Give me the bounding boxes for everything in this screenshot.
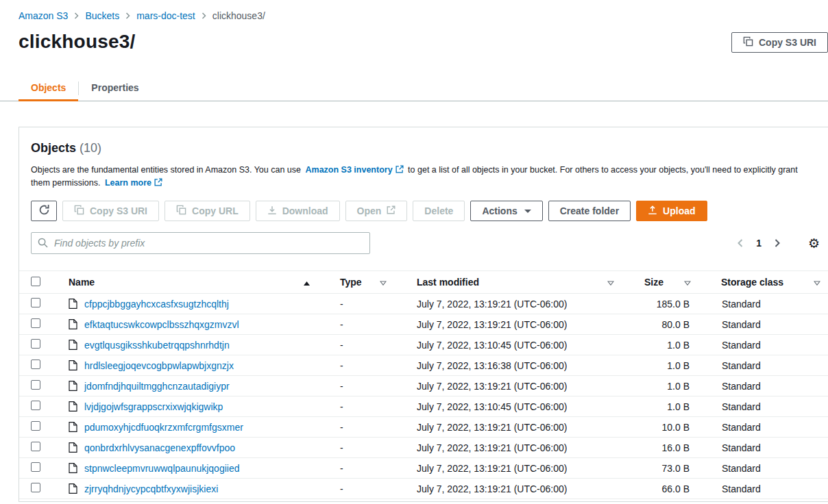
search-row: 1 ⚙: [31, 232, 825, 254]
copy-icon: [176, 205, 186, 217]
panel-heading: Objects (10): [31, 141, 825, 155]
table-body: cfppcjbbggayhcxcasfxsugtzhcqlthj - July …: [19, 294, 828, 499]
file-icon: [69, 442, 77, 453]
column-header-type[interactable]: Type: [329, 277, 406, 288]
object-name-link[interactable]: hrdlsleegjoqevcogbpwlapwbjxgnzjx: [84, 360, 234, 371]
next-page-icon[interactable]: [775, 239, 780, 247]
object-name-link[interactable]: evgtlqusgiksshkubetrqqpshnrhdtjn: [84, 340, 230, 351]
object-storage-class: Standard: [710, 319, 828, 330]
file-icon: [69, 319, 77, 329]
previous-page-icon: [738, 239, 743, 247]
download-icon: [267, 205, 277, 217]
row-checkbox[interactable]: [31, 483, 40, 492]
actions-button[interactable]: Actions: [470, 201, 542, 221]
copy-icon: [74, 205, 84, 217]
object-size: 80.0 B: [633, 319, 710, 330]
page-title: clickhouse3/: [19, 31, 809, 53]
row-checkbox[interactable]: [31, 462, 40, 472]
objects-toolbar: Copy S3 URI Copy URL Download Open Delet…: [31, 201, 825, 221]
object-size: 1.0 B: [633, 340, 710, 351]
object-name-link[interactable]: zjrryqhdnjycypcqbtfxyxwjisjkiexi: [84, 483, 218, 494]
table-row: zjrryqhdnjycypcqbtfxyxwjisjkiexi - July …: [19, 479, 828, 499]
row-checkbox[interactable]: [31, 318, 40, 328]
object-last-modified: July 7, 2022, 13:16:38 (UTC-06:00): [406, 360, 633, 371]
object-name-link[interactable]: stpnwcleepmvruwwqlpaunukjqogiied: [84, 463, 239, 474]
table-row: jdomfndjhquiltmgghcnzautadigiypr - July …: [19, 376, 828, 396]
page-header: clickhouse3/ Copy S3 URI: [19, 31, 809, 60]
search-input[interactable]: [31, 232, 370, 254]
row-checkbox[interactable]: [31, 339, 40, 349]
object-size: 1.0 B: [633, 381, 710, 392]
file-icon: [69, 299, 77, 309]
table-row: stpnwcleepmvruwwqlpaunukjqogiied - July …: [19, 458, 828, 479]
object-type: -: [329, 299, 406, 310]
object-type: -: [329, 319, 406, 330]
copy-s3-uri-header-button[interactable]: Copy S3 URI: [731, 32, 828, 53]
sort-icon: [607, 277, 614, 288]
row-checkbox[interactable]: [31, 442, 40, 451]
row-checkbox[interactable]: [31, 298, 40, 307]
object-storage-class: Standard: [710, 401, 828, 412]
object-last-modified: July 7, 2022, 13:19:21 (UTC-06:00): [406, 463, 633, 474]
file-icon: [69, 381, 77, 391]
refresh-button[interactable]: [31, 201, 57, 221]
object-storage-class: Standard: [710, 483, 828, 494]
column-header-size[interactable]: Size: [633, 277, 710, 288]
object-last-modified: July 7, 2022, 13:10:45 (UTC-06:00): [406, 401, 633, 412]
column-header-name[interactable]: Name: [58, 277, 329, 288]
object-size: 73.0 B: [633, 463, 710, 474]
object-type: -: [329, 483, 406, 494]
object-size: 185.0 B: [633, 299, 710, 310]
object-last-modified: July 7, 2022, 13:19:21 (UTC-06:00): [406, 381, 633, 392]
object-name-link[interactable]: cfppcjbbggayhcxcasfxsugtzhcqlthj: [84, 299, 229, 310]
row-checkbox[interactable]: [31, 360, 40, 369]
search-icon: [38, 238, 48, 250]
open-button: Open: [345, 201, 408, 221]
copy-icon: [743, 36, 753, 49]
object-type: -: [329, 360, 406, 371]
object-name-link[interactable]: jdomfndjhquiltmgghcnzautadigiypr: [84, 381, 230, 392]
file-icon: [69, 463, 77, 473]
object-size: 16.0 B: [633, 442, 710, 453]
table-row: lvjdjgojwfsgrappscrxixwjqkigwikp - July …: [19, 396, 828, 417]
object-name-link[interactable]: lvjdjgojwfsgrappscrxixwjqkigwikp: [84, 401, 223, 412]
inventory-link[interactable]: Amazon S3 inventory: [306, 165, 404, 175]
file-icon: [69, 340, 77, 350]
row-checkbox[interactable]: [31, 401, 40, 410]
row-checkbox[interactable]: [31, 421, 40, 431]
column-header-storage-class[interactable]: Storage class: [710, 277, 828, 288]
object-name-link[interactable]: efktaqtucswkcowpclbsszhqxgzmvzvl: [84, 319, 239, 330]
tab-properties[interactable]: Properties: [79, 75, 151, 101]
breadcrumb: Amazon S3 Buckets mars-doc-test clickhou…: [0, 0, 828, 21]
breadcrumb-bucket-mars-doc-test[interactable]: mars-doc-test: [136, 10, 195, 21]
external-link-icon: [154, 177, 162, 190]
select-all-checkbox[interactable]: [31, 277, 40, 286]
download-button: Download: [256, 201, 340, 221]
row-checkbox[interactable]: [31, 380, 40, 390]
breadcrumb-amazon-s3[interactable]: Amazon S3: [19, 10, 68, 21]
chevron-right-icon: [202, 12, 206, 19]
object-name-link[interactable]: qonbrdxrhlvysanacgenexpffovvfpoo: [84, 442, 235, 453]
settings-gear-icon[interactable]: ⚙: [808, 237, 820, 250]
table-row: pdumoxyhjcdfuoqkrzxmfcrgmfgsxmer - July …: [19, 417, 828, 438]
learn-more-link[interactable]: Learn more: [105, 178, 162, 188]
object-last-modified: July 7, 2022, 13:19:21 (UTC-06:00): [406, 422, 633, 433]
object-storage-class: Standard: [710, 381, 828, 392]
tab-objects[interactable]: Objects: [19, 75, 78, 101]
upload-button[interactable]: Upload: [636, 201, 707, 221]
file-icon: [69, 360, 77, 370]
column-header-last-modified[interactable]: Last modified: [406, 277, 633, 288]
object-name-link[interactable]: pdumoxyhjcdfuoqkrzxmfcrgmfgsxmer: [84, 422, 243, 433]
create-folder-button[interactable]: Create folder: [548, 201, 631, 221]
breadcrumb-buckets[interactable]: Buckets: [85, 10, 119, 21]
panel-description: Objects are the fundamental entities sto…: [31, 164, 805, 190]
caret-down-icon: [524, 210, 531, 213]
object-storage-class: Standard: [710, 463, 828, 474]
sort-ascending-icon: [304, 277, 310, 288]
current-page[interactable]: 1: [755, 238, 763, 249]
file-icon: [69, 422, 77, 432]
object-size: 1.0 B: [633, 401, 710, 412]
file-icon: [69, 483, 77, 494]
breadcrumb-current: clickhouse3/: [212, 10, 265, 21]
object-count: (10): [80, 141, 101, 155]
